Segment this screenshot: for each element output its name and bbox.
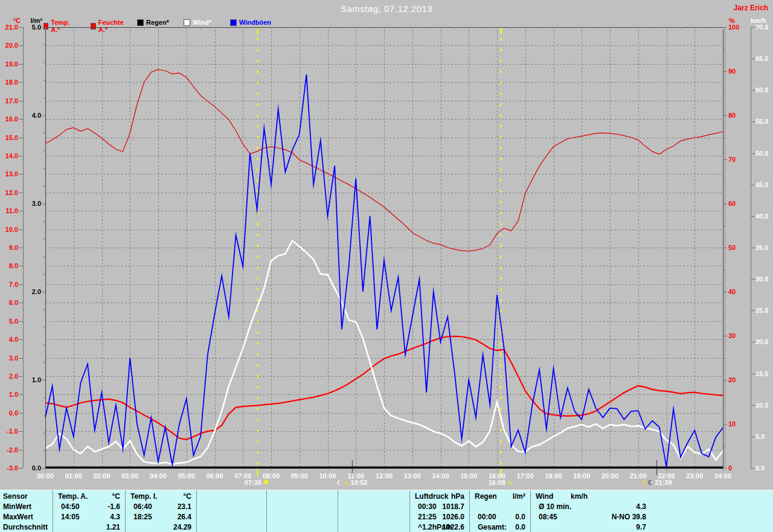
x-axis-tick-label: 12:00 bbox=[371, 472, 397, 479]
x-axis-tick-label: 13:00 bbox=[400, 472, 425, 479]
temp-axis-tick-label: 20.0 bbox=[0, 42, 18, 49]
wind-axis-tick-label: 70.0 bbox=[755, 24, 773, 31]
table-column-separator bbox=[266, 490, 267, 532]
temp-axis-tick-label: 1.0 bbox=[0, 391, 18, 398]
temp-axis-tick-label: -3.0 bbox=[0, 464, 18, 472]
humidity-axis-tick-label: 80 bbox=[728, 112, 746, 119]
x-axis-tick-label: 18:00 bbox=[541, 472, 566, 479]
x-axis-tick-label: 05:00 bbox=[174, 472, 199, 479]
day-marker-sunset: 16:08☼ bbox=[489, 479, 513, 486]
table-cell-value: 4.3 bbox=[530, 502, 646, 511]
stats-table: SensorMinWertMaxWertDurchschnittTemp. A.… bbox=[0, 490, 773, 532]
x-axis-tick-label: 09:00 bbox=[287, 472, 312, 479]
humidity-axis-tick-label: 0 bbox=[728, 464, 746, 472]
wind-axis-tick-label: 10.0 bbox=[755, 402, 773, 409]
temp-axis-tick-label: 15.0 bbox=[0, 134, 18, 141]
rain-axis-tick-label: 3.0 bbox=[24, 200, 41, 207]
humidity-axis-tick-label: 40 bbox=[728, 288, 746, 295]
wind-axis-tick-label: 30.0 bbox=[755, 275, 773, 283]
moonrise-icon: ☾ bbox=[337, 479, 343, 486]
wind-axis-tick-label: 15.0 bbox=[755, 370, 773, 377]
table-row-label: MinWert bbox=[3, 502, 31, 511]
wind-axis-tick-label: 35.0 bbox=[755, 244, 773, 251]
table-group-unit: °C bbox=[125, 492, 191, 501]
humidity-axis-tick-label: 30 bbox=[728, 332, 746, 339]
rain-axis-tick-label: 1.0 bbox=[24, 376, 41, 383]
table-cell-value: 9.7 bbox=[530, 522, 646, 532]
table-cell-value: 26.4 bbox=[125, 512, 191, 522]
day-marker-moonrise: ☾▲10:52 bbox=[337, 479, 368, 486]
table-row-label: Durchschnitt bbox=[3, 522, 48, 532]
temp-axis-tick-label: -2.0 bbox=[0, 446, 18, 453]
temp-axis-tick-label: 13.0 bbox=[0, 170, 18, 178]
temp-axis-tick-label: 6.0 bbox=[0, 299, 18, 306]
day-marker-moonset: ▼☾21:39 bbox=[641, 479, 672, 486]
humidity-axis-tick-label: 10 bbox=[728, 420, 746, 428]
wind-axis-tick-label: 55.0 bbox=[755, 118, 773, 125]
table-cell-value: 1018.7 bbox=[409, 502, 464, 511]
rain-axis-tick-label: 2.0 bbox=[24, 288, 41, 295]
x-axis-tick-label: 20:00 bbox=[597, 472, 623, 479]
x-axis-tick-label: 24:00 bbox=[710, 472, 736, 479]
table-cell-value: 0.0 bbox=[469, 512, 525, 522]
wind-axis-tick-label: 25.0 bbox=[755, 307, 773, 314]
table-cell-value: 4.3 bbox=[53, 512, 120, 522]
humidity-axis-tick-label: 50 bbox=[728, 244, 746, 251]
wind-axis-tick-label: 45.0 bbox=[755, 181, 773, 188]
x-axis-tick-label: 15:00 bbox=[456, 472, 481, 479]
x-axis-tick-label: 00:00 bbox=[33, 472, 58, 479]
table-cell-value: 1026.0 bbox=[409, 512, 464, 522]
humidity-axis-tick-label: 90 bbox=[728, 68, 746, 75]
wind-axis-tick-label: 65.0 bbox=[755, 55, 773, 62]
weather-chart-plot bbox=[0, 0, 773, 488]
table-cell-value: 1.21 bbox=[53, 522, 120, 532]
weather-station-window: Samstag, 07.12.2013 Jarz Erich °C l/m² %… bbox=[0, 0, 773, 532]
table-column-separator bbox=[196, 490, 197, 532]
wind-axis-tick-label: 50.0 bbox=[755, 150, 773, 157]
temp-axis-tick-label: -1.0 bbox=[0, 428, 18, 435]
temp-axis-tick-label: 3.0 bbox=[0, 354, 18, 362]
table-row-label: Sensor bbox=[3, 492, 28, 501]
temp-axis-tick-label: 19.0 bbox=[0, 60, 18, 68]
table-group-unit: l/m² bbox=[469, 492, 525, 501]
temp-axis-tick-label: 10.0 bbox=[0, 226, 18, 233]
day-marker-time: 10:52 bbox=[350, 479, 367, 486]
table-cell-value: -1.6 bbox=[53, 502, 120, 511]
x-axis-tick-label: 06:00 bbox=[202, 472, 228, 479]
x-axis-tick-label: 02:00 bbox=[89, 472, 115, 479]
table-cell-value: 24.29 bbox=[125, 522, 191, 532]
day-marker-time: 07:30 bbox=[245, 479, 261, 486]
table-cell-value: 0.0 bbox=[469, 522, 525, 532]
temp-axis-tick-label: 5.0 bbox=[0, 318, 18, 325]
temp-axis-tick-label: 16.0 bbox=[0, 115, 18, 123]
table-group-unit: km/h bbox=[530, 492, 588, 501]
wind-axis-tick-label: 60.0 bbox=[755, 86, 773, 94]
sunrise-icon: ☀ bbox=[263, 479, 270, 486]
day-marker-sunrise: 07:30☀ bbox=[245, 479, 270, 486]
temp-axis-tick-label: 9.0 bbox=[0, 244, 18, 251]
moonset-icon: ☾ bbox=[648, 479, 654, 486]
temp-axis-tick-label: 21.0 bbox=[0, 24, 18, 31]
rain-axis-tick-label: 5.0 bbox=[24, 24, 41, 31]
table-cell-value: 23.1 bbox=[125, 502, 191, 511]
x-axis-tick-label: 01:00 bbox=[61, 472, 86, 479]
rain-axis-tick-label: 4.0 bbox=[24, 112, 41, 119]
temp-axis-tick-label: 14.0 bbox=[0, 152, 18, 159]
wind-axis-tick-label: 40.0 bbox=[755, 213, 773, 220]
table-cell-value: 1022.6 bbox=[409, 522, 464, 532]
x-axis-tick-label: 04:00 bbox=[146, 472, 171, 479]
table-cell-value: N-NO 39.8 bbox=[530, 512, 646, 522]
wind-axis-tick-label: 20.0 bbox=[755, 338, 773, 345]
temp-axis-tick-label: 11.0 bbox=[0, 207, 18, 214]
temp-axis-tick-label: 12.0 bbox=[0, 189, 18, 196]
day-marker-time: 16:08 bbox=[489, 479, 505, 486]
humidity-axis-tick-label: 70 bbox=[728, 156, 746, 163]
table-group-unit: °C bbox=[53, 492, 120, 501]
wind-axis-tick-label: 5.0 bbox=[755, 433, 773, 440]
table-group-unit: hPa bbox=[409, 492, 464, 501]
x-axis-tick-label: 14:00 bbox=[428, 472, 454, 479]
table-row-label: MaxWert bbox=[3, 512, 33, 522]
table-column-separator bbox=[338, 490, 338, 532]
humidity-axis-tick-label: 60 bbox=[728, 200, 746, 207]
humidity-axis-tick-label: 20 bbox=[728, 376, 746, 383]
